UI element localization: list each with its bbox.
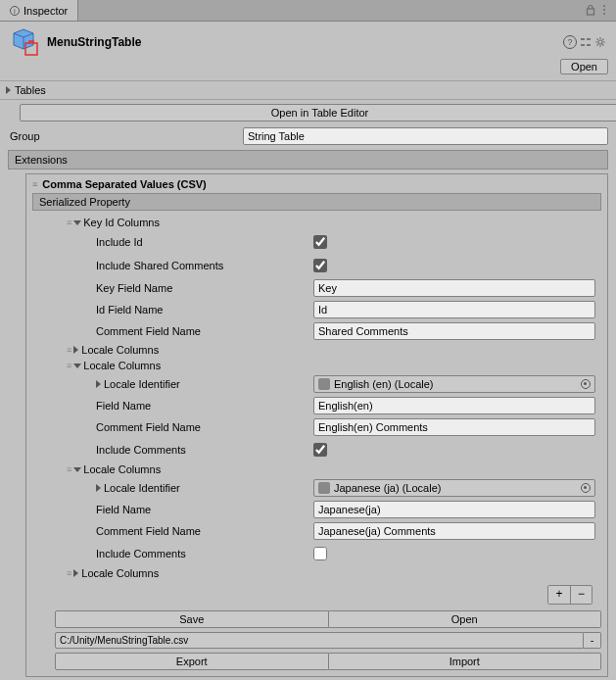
locale-id-field-ja[interactable]: Japanese (ja) (Locale) — [313, 479, 595, 497]
svg-rect-7 — [587, 44, 591, 46]
caret-right-icon — [6, 86, 11, 94]
svg-rect-5 — [587, 38, 591, 40]
object-picker-icon[interactable] — [581, 379, 591, 389]
info-icon: i — [10, 6, 20, 16]
field-name-ja[interactable] — [313, 501, 595, 518]
caret-right-icon — [96, 484, 101, 492]
kebab-icon[interactable] — [598, 4, 610, 16]
locale-foldout-ja[interactable]: ≡Locale Columns — [35, 461, 598, 477]
key-id-foldout[interactable]: ≡ Key Id Columns — [35, 215, 598, 230]
export-button[interactable]: Export — [55, 653, 329, 670]
key-field-label: Key Field Name — [96, 282, 172, 294]
field-name-en[interactable] — [313, 397, 595, 414]
svg-point-1 — [603, 5, 605, 7]
caret-right-icon — [73, 346, 78, 354]
comment-name-ja[interactable] — [313, 522, 595, 540]
preset-icon[interactable] — [580, 36, 592, 48]
import-button[interactable]: Import — [329, 653, 602, 670]
tab-label: Inspector — [24, 5, 68, 17]
locale-foldout-en[interactable]: ≡Locale Columns — [35, 358, 598, 373]
locale-id-label: Locale Identifier — [104, 378, 180, 390]
include-shared-checkbox[interactable] — [313, 259, 327, 272]
key-id-label: Key Id Columns — [83, 217, 160, 228]
lock-icon[interactable] — [585, 4, 596, 16]
group-label: Group — [8, 130, 243, 142]
file-path-display: C:/Unity/MenuStringTable.csv — [55, 632, 584, 649]
svg-point-2 — [603, 9, 605, 11]
caret-down-icon — [73, 467, 81, 472]
include-comments-label: Include Comments — [96, 548, 186, 559]
field-name-label: Field Name — [96, 504, 151, 515]
locale-id-label: Locale Identifier — [104, 482, 180, 494]
tables-foldout[interactable]: Tables — [0, 80, 616, 100]
csv-title: Comma Separated Values (CSV) — [42, 178, 207, 190]
remove-column-button[interactable]: − — [570, 586, 592, 604]
locale-icon — [318, 482, 330, 494]
locale-foldout-closed[interactable]: ≡Locale Columns — [35, 342, 598, 358]
save-button[interactable]: Save — [55, 610, 329, 628]
open-button[interactable]: Open — [560, 59, 608, 74]
caret-down-icon — [73, 220, 81, 225]
id-field-input[interactable] — [313, 301, 595, 318]
add-column-button[interactable]: + — [548, 586, 570, 604]
comment-field-label: Comment Field Name — [96, 325, 201, 337]
include-comments-label: Include Comments — [96, 444, 186, 456]
svg-point-3 — [603, 13, 605, 15]
id-field-label: Id Field Name — [96, 304, 163, 316]
comment-name-label: Comment Field Name — [96, 525, 201, 537]
comment-field-input[interactable] — [313, 322, 595, 340]
svg-rect-4 — [581, 38, 585, 40]
svg-rect-6 — [581, 44, 585, 46]
tab-inspector[interactable]: i Inspector — [0, 0, 78, 21]
locale-icon — [318, 378, 330, 390]
include-shared-label: Include Shared Comments — [96, 260, 223, 271]
comment-name-label: Comment Field Name — [96, 421, 201, 433]
clear-path-button[interactable]: - — [584, 632, 601, 649]
locale-id-field-en[interactable]: English (en) (Locale) — [313, 375, 595, 393]
svg-rect-0 — [588, 9, 594, 15]
key-field-input[interactable] — [313, 279, 595, 297]
object-picker-icon[interactable] — [581, 483, 591, 493]
tab-bar: i Inspector — [0, 0, 616, 22]
drag-handle-icon[interactable]: ≡ — [32, 179, 36, 189]
include-comments-ja[interactable] — [313, 547, 327, 560]
group-field[interactable] — [243, 127, 608, 145]
drag-handle-icon: ≡ — [67, 218, 71, 227]
asset-title: MenuStringTable — [47, 35, 141, 49]
caret-right-icon — [96, 380, 101, 388]
serialized-header: Serialized Property — [32, 193, 601, 211]
open-csv-button[interactable]: Open — [329, 610, 602, 628]
tables-label: Tables — [15, 84, 46, 96]
svg-point-8 — [598, 40, 602, 44]
include-comments-en[interactable] — [313, 443, 327, 457]
include-id-label: Include Id — [96, 236, 143, 248]
caret-right-icon — [73, 569, 78, 577]
locale-foldout-closed-2[interactable]: ≡Locale Columns — [35, 565, 598, 581]
extensions-header: Extensions — [8, 150, 608, 170]
caret-down-icon — [73, 364, 81, 368]
csv-extension-panel: ≡ Comma Separated Values (CSV) Serialize… — [25, 173, 608, 677]
open-table-editor-button[interactable]: Open in Table Editor — [20, 104, 616, 121]
help-icon[interactable]: ? — [563, 35, 577, 49]
comment-name-en[interactable] — [313, 418, 595, 436]
field-name-label: Field Name — [96, 400, 151, 412]
gear-icon[interactable] — [594, 36, 606, 48]
asset-icon — [10, 27, 39, 57]
include-id-checkbox[interactable] — [313, 235, 327, 249]
